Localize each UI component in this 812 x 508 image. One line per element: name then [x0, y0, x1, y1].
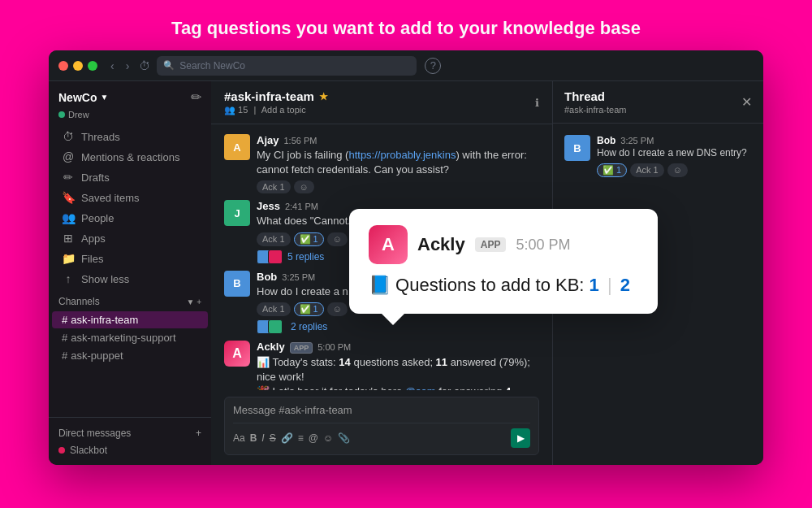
titlebar: ‹ › ⏱ 🔍 Search NewCo ? [49, 50, 763, 81]
link-button[interactable]: 🔗 [281, 432, 293, 444]
message-time: 1:56 PM [283, 136, 317, 145]
reaction-check[interactable]: ✅ 1 [597, 163, 627, 177]
list-item: B Bob 3:25 PM How do I create a new DNS … [553, 130, 763, 182]
drafts-icon: ✏ [62, 171, 75, 184]
channel-actions: ℹ [535, 97, 539, 109]
mention-button[interactable]: @ [309, 432, 318, 444]
channel-input-area: Message #ask-infra-team Aa B I S 🔗 ≡ @ ☺… [211, 390, 552, 465]
channel-star-icon[interactable]: ★ [319, 91, 328, 102]
popup-logo: A [369, 225, 408, 264]
channel-ask-puppet[interactable]: # ask-puppet [52, 347, 208, 364]
italic-button[interactable]: I [261, 432, 264, 444]
popup-tail [382, 314, 404, 325]
reaction-check[interactable]: ✅ 1 [294, 232, 324, 246]
threads-icon: ⏱ [62, 130, 75, 143]
channel-hash-icon: # [62, 314, 67, 326]
history-button[interactable]: ⏱ [139, 59, 150, 72]
message-header: Ackly APP 5:00 PM [257, 341, 539, 354]
slackbot-dot-icon [58, 447, 65, 454]
sidebar-item-files[interactable]: 📁 Files [52, 249, 208, 268]
reaction-emoji[interactable]: ☺ [667, 163, 688, 177]
channels-section-header: Channels ▼ + [49, 289, 211, 310]
reaction-ack[interactable]: Ack 1 [257, 302, 291, 316]
bold-button[interactable]: B [250, 432, 257, 444]
message-header: Ajay 1:56 PM [257, 134, 539, 146]
message-input[interactable]: Message #ask-infra-team [233, 404, 530, 423]
thread-title-section: Thread #ask-infra-team [564, 89, 626, 115]
table-row: A Ajay 1:56 PM My CI job is failing (htt… [211, 131, 552, 197]
back-button[interactable]: ‹ [107, 58, 118, 74]
compose-button[interactable]: ✏ [191, 89, 201, 105]
popup-header: A Ackly APP 5:00 PM [369, 225, 638, 264]
message-input-box: Message #ask-infra-team Aa B I S 🔗 ≡ @ ☺… [224, 397, 539, 455]
main-title: Tag questions you want to add to your kn… [0, 0, 812, 50]
channel-ask-marketing-support[interactable]: # ask-marketing-support [52, 329, 208, 346]
strikethrough-button[interactable]: S [270, 432, 276, 444]
reaction-emoji[interactable]: ☺ [294, 180, 314, 193]
saved-icon: 🔖 [62, 191, 75, 204]
info-button[interactable]: ℹ [535, 97, 539, 109]
minimize-button[interactable] [73, 61, 83, 71]
user-status: Drew [49, 110, 211, 126]
status-dot-icon [58, 111, 65, 118]
reactions: Ack 1 ☺ [257, 180, 539, 193]
attachment-button[interactable]: 📎 [338, 432, 350, 444]
message-time: 2:41 PM [285, 202, 318, 211]
thread-close-button[interactable]: ✕ [741, 94, 752, 110]
reaction-ack[interactable]: Ack 1 [257, 232, 291, 246]
search-bar[interactable]: 🔍 Search NewCo [157, 56, 417, 76]
channels-toggle-icon[interactable]: ▼ + [186, 297, 201, 306]
sidebar-nav: ⏱ Threads @ Mentions & reactions ✏ Draft… [49, 126, 211, 417]
maximize-button[interactable] [88, 61, 97, 71]
message-author: Bob [257, 271, 277, 283]
close-button[interactable] [58, 61, 68, 71]
reaction-check[interactable]: ✅ 1 [294, 302, 324, 316]
reply-avatar [268, 319, 283, 334]
traffic-lights [58, 61, 97, 71]
dm-add-icon[interactable]: + [196, 428, 201, 439]
popup-message: 📘 Questions to add to KB: 1 | 2 [369, 274, 638, 297]
workspace-name[interactable]: NewCo ▼ [58, 91, 108, 104]
format-button[interactable]: Aa [233, 432, 245, 444]
reaction-ack[interactable]: Ack 1 [630, 163, 664, 177]
page-header: Tag questions you want to add to your kn… [0, 0, 812, 50]
message-content: Ajay 1:56 PM My CI job is failing (https… [257, 134, 539, 193]
sidebar-item-showless[interactable]: ↑ Show less [52, 269, 208, 289]
sidebar-item-apps[interactable]: ⊞ Apps [52, 228, 208, 248]
popup-app-badge: APP [475, 237, 507, 252]
reaction-emoji[interactable]: ☺ [327, 232, 348, 246]
sidebar-item-saved[interactable]: 🔖 Saved items [52, 188, 208, 207]
message-header: Bob 3:25 PM [597, 135, 752, 146]
search-icon: 🔍 [163, 60, 175, 71]
sidebar-item-drafts[interactable]: ✏ Drafts [52, 167, 208, 187]
sidebar-item-people[interactable]: 👥 People [52, 208, 208, 228]
list-button[interactable]: ≡ [298, 432, 304, 444]
thread-title: Thread [564, 89, 626, 103]
dm-slackbot[interactable]: Slackbot [58, 442, 201, 458]
table-row: A Ackly APP 5:00 PM 📊 Today's stats: 14 … [211, 337, 552, 390]
reaction-emoji[interactable]: ☺ [327, 302, 348, 316]
popup-link-1[interactable]: 1 [590, 275, 599, 295]
message-text: My CI job is failing (https://probably.j… [257, 148, 539, 177]
sidebar-item-threads[interactable]: ⏱ Threads [52, 127, 208, 146]
sidebar-item-mentions[interactable]: @ Mentions & reactions [52, 147, 208, 167]
ackly-avatar: A [224, 341, 250, 367]
members-icon: 👥 [224, 105, 235, 115]
sidebar: NewCo ▼ ✏ Drew ⏱ Threads @ Mentions & re… [49, 81, 211, 465]
message-author: Jess [257, 200, 280, 212]
replies-count: 5 replies [287, 251, 324, 263]
link[interactable]: https://probably.jenkins [348, 149, 456, 161]
forward-button[interactable]: › [123, 58, 133, 74]
thread-channel: #ask-infra-team [564, 105, 626, 115]
people-icon: 👥 [62, 211, 75, 224]
help-button[interactable]: ? [425, 58, 441, 74]
popup-link-2[interactable]: 2 [620, 275, 630, 295]
channel-title-section: #ask-infra-team ★ 👥 15 | Add a topic [224, 89, 328, 115]
replies-count: 2 replies [291, 321, 327, 332]
channel-ask-infra-team[interactable]: # ask-infra-team [52, 311, 208, 328]
reaction-ack[interactable]: Ack 1 [257, 180, 291, 193]
app-window: ‹ › ⏱ 🔍 Search NewCo ? NewCo ▼ ✏ Drew [49, 50, 763, 465]
emoji-button[interactable]: ☺ [323, 432, 333, 444]
dm-label: Direct messages [58, 428, 131, 439]
send-button[interactable]: ▶ [511, 428, 530, 448]
